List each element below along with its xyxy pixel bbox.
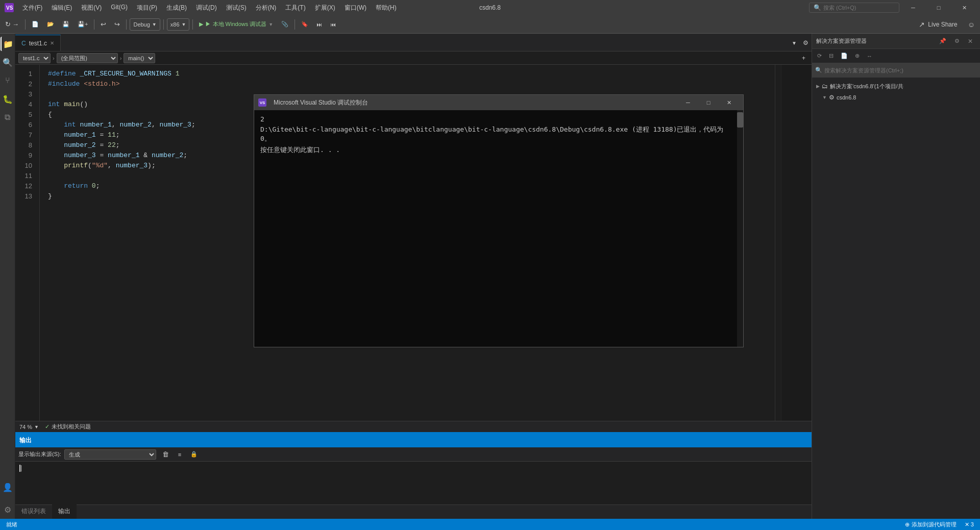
menu-project[interactable]: 项目(P) bbox=[133, 3, 161, 13]
tree-solution-node[interactable]: ▶ 🗂 解决方案'csdn6.8'(1个项目/共 bbox=[812, 81, 980, 92]
menu-edit[interactable]: 编辑(E) bbox=[47, 3, 76, 13]
run-button[interactable]: ▶ ▶ 本地 Windows 调试器 ▼ bbox=[196, 18, 276, 31]
explorer-icon[interactable]: 📁 bbox=[1, 37, 15, 51]
sol-show-files-button[interactable]: 📄 bbox=[838, 49, 851, 63]
editor-scrollbar[interactable] bbox=[775, 65, 781, 421]
toolbar-next-bookmark[interactable]: ⏭ bbox=[313, 18, 325, 31]
tab-output[interactable]: 输出 bbox=[52, 504, 77, 520]
debug-output-line2: D:\Gitee\bit-c-language\bit-c-language\b… bbox=[260, 125, 737, 143]
tab-error-list[interactable]: 错误列表 bbox=[15, 504, 52, 520]
sol-pin-button[interactable]: 📌 bbox=[936, 35, 949, 48]
line-num-1: 1 bbox=[15, 69, 35, 79]
save-icon: 💾 bbox=[62, 21, 69, 28]
close-button[interactable]: ✕ bbox=[952, 0, 976, 15]
toolbar-new[interactable]: 📄 bbox=[29, 18, 42, 31]
tab-close-button[interactable]: ✕ bbox=[50, 40, 54, 46]
output-lock-button[interactable]: 🔒 bbox=[187, 448, 201, 461]
sol-filter-button[interactable]: ⊕ bbox=[852, 49, 863, 63]
toolbar-undo[interactable]: ↩ bbox=[97, 18, 109, 31]
solution-search-input[interactable] bbox=[824, 67, 977, 73]
nav-arrow-icon: › bbox=[53, 55, 55, 61]
account-icon[interactable]: 👤 bbox=[1, 480, 15, 494]
toolbar-open[interactable]: 📂 bbox=[44, 18, 57, 31]
sol-collapse-button[interactable]: ⊟ bbox=[826, 49, 837, 63]
debug-config-dropdown[interactable]: Debug ▼ bbox=[130, 18, 160, 31]
line-num-13: 13 bbox=[15, 191, 35, 201]
function-selector[interactable]: main() bbox=[124, 53, 155, 63]
global-search-input[interactable] bbox=[823, 5, 895, 11]
editor-tab-test1c[interactable]: C test1.c ✕ bbox=[15, 35, 61, 51]
toolbar-save-all[interactable]: 💾+ bbox=[75, 18, 91, 31]
open-icon: 📂 bbox=[47, 21, 54, 28]
debug-minimize-button[interactable]: ─ bbox=[678, 95, 698, 110]
chevron-down-icon-2: ▼ bbox=[182, 22, 186, 27]
menu-debug[interactable]: 调试(D) bbox=[192, 3, 221, 13]
sol-sync-button[interactable]: ⟳ bbox=[814, 49, 825, 63]
line-num-3: 3 bbox=[15, 89, 35, 99]
code-line-1: #define _CRT_SECURE_NO_WARNINGS 1 bbox=[48, 69, 775, 79]
menu-help[interactable]: 帮助(H) bbox=[372, 3, 401, 13]
search-icon: 🔍 bbox=[814, 4, 821, 11]
toolbar-redo[interactable]: ↪ bbox=[111, 18, 123, 31]
menu-view[interactable]: 视图(V) bbox=[77, 3, 106, 13]
nav-expand[interactable]: + bbox=[799, 52, 808, 65]
line-num-10: 10 bbox=[15, 161, 35, 171]
restore-button[interactable]: □ bbox=[927, 0, 950, 15]
menu-git[interactable]: Git(G) bbox=[107, 3, 132, 13]
panel-settings[interactable]: ⚙ bbox=[800, 35, 812, 51]
debug-activity-icon[interactable]: 🐛 bbox=[1, 92, 15, 106]
toolbar-bookmark[interactable]: 🔖 bbox=[298, 18, 311, 31]
debug-scrollbar-thumb[interactable] bbox=[737, 112, 743, 128]
toolbar-attach[interactable]: 📎 bbox=[278, 18, 291, 31]
menu-tools[interactable]: 工具(T) bbox=[281, 3, 309, 13]
toolbar-sep-2 bbox=[94, 19, 94, 30]
play-icon: ▶ bbox=[199, 21, 203, 28]
scope-selector[interactable]: (全局范围) bbox=[57, 53, 118, 63]
project-selector[interactable]: test1.c bbox=[18, 53, 51, 63]
status-add-source[interactable]: ⊕ 添加到源代码管理 bbox=[903, 519, 959, 530]
status-ready[interactable]: 就绪 bbox=[4, 519, 19, 530]
tab-scroll-right[interactable]: ▼ bbox=[789, 35, 800, 51]
platform-dropdown[interactable]: x86 ▼ bbox=[167, 18, 190, 31]
source-control-icon: ⊕ bbox=[905, 521, 910, 528]
debug-close-button[interactable]: ✕ bbox=[719, 95, 739, 110]
menu-build[interactable]: 生成(B) bbox=[162, 3, 191, 13]
search-activity-icon[interactable]: 🔍 bbox=[1, 55, 15, 69]
search-icon-sol: 🔍 bbox=[815, 67, 822, 73]
line-num-9: 9 bbox=[15, 150, 35, 161]
line-num-2: 2 bbox=[15, 79, 35, 89]
menu-file[interactable]: 文件(F) bbox=[18, 3, 46, 13]
line-num-7: 7 bbox=[15, 130, 35, 140]
main-toolbar: ↻ → 📄 📂 💾 💾+ ↩ ↪ Debug ▼ x86 ▼ ▶ ▶ 本地 Wi… bbox=[0, 15, 980, 34]
extensions-icon[interactable]: ⧉ bbox=[1, 110, 15, 124]
minimize-button[interactable]: ─ bbox=[901, 0, 925, 15]
output-source-select[interactable]: 生成 bbox=[64, 449, 156, 460]
toolbar-sep-3 bbox=[126, 19, 127, 30]
menu-extensions[interactable]: 扩展(X) bbox=[311, 3, 339, 13]
sol-switch-view-button[interactable]: ↔ bbox=[864, 49, 875, 63]
sol-options-button[interactable]: ⚙ bbox=[951, 35, 963, 48]
menu-test[interactable]: 测试(S) bbox=[222, 3, 251, 13]
refresh-icon2: → bbox=[12, 20, 19, 28]
feedback-button[interactable]: ☺ bbox=[965, 18, 978, 31]
toolbar-refresh[interactable]: ↻ → bbox=[2, 18, 22, 31]
sol-close-button[interactable]: ✕ bbox=[965, 35, 976, 48]
debug-restore-button[interactable]: □ bbox=[698, 95, 719, 110]
menu-analyze[interactable]: 分析(N) bbox=[252, 3, 281, 13]
zoom-control[interactable]: 74 % ▼ bbox=[19, 424, 39, 430]
window-title: csdn6.8 bbox=[479, 4, 501, 11]
output-wrap-button[interactable]: ≡ bbox=[175, 448, 184, 461]
debug-scrollbar[interactable] bbox=[737, 110, 743, 347]
title-bar: VS 文件(F) 编辑(E) 视图(V) Git(G) 项目(P) 生成(B) … bbox=[0, 0, 980, 15]
menu-window[interactable]: 窗口(W) bbox=[340, 3, 371, 13]
status-bar: 就绪 ⊕ 添加到源代码管理 ✕ 3 bbox=[0, 519, 980, 530]
settings-icon[interactable]: ⚙ bbox=[1, 502, 15, 517]
toolbar-save[interactable]: 💾 bbox=[59, 18, 72, 31]
live-share-button[interactable]: ↗ Live Share bbox=[914, 15, 962, 33]
toolbar-prev-bookmark[interactable]: ⏮ bbox=[327, 18, 339, 31]
line-num-8: 8 bbox=[15, 140, 35, 150]
status-errors[interactable]: ✕ 3 bbox=[963, 519, 976, 530]
git-icon[interactable]: ⑂ bbox=[1, 73, 15, 88]
tree-project-node[interactable]: ▼ ⚙ csdn6.8 bbox=[812, 92, 980, 103]
output-clear-button[interactable]: 🗑 bbox=[159, 448, 172, 461]
